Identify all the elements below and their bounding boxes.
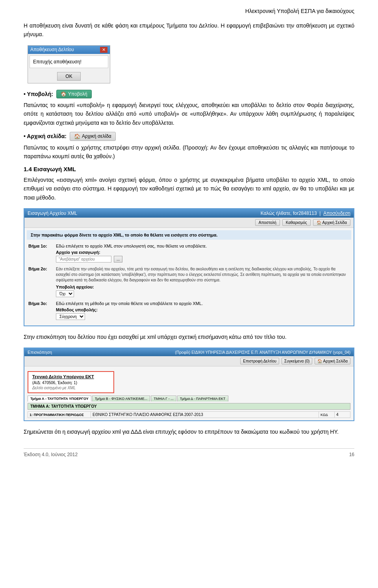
ypovolh-button-label: Υποβολή [68,91,87,97]
xml-form-content: Βήμα 1ο: Εδώ επιλέγετε το αρχείο XML στο… [24,242,354,325]
dialog-titlebar: Αποθήκευση Δελτίου ✕ [28,46,110,54]
episkopisi-screenshot: Επισκόπηση (Προφίλ) ΕΙΔΙΚΗ ΥΠΗΡΕΣΙΑ ΔΙΑΧ… [24,348,354,421]
ypovolh-label: • Υποβολή: [24,91,53,97]
xml-step3-field-label: Μέθοδος υποβολής: [56,307,350,312]
xml-step1-label: Βήμα 1ο: [28,244,52,248]
xml-arxiki-button[interactable]: 🏠 Αρχική Σελίδα [313,219,350,226]
xml-welcome-text: Καλώς ήλθατε, for2848113 [261,211,317,216]
header-title: Ηλεκτρονική Υποβολή ΕΣΠΑ για δικαιούχους [245,8,354,14]
dialog-ok-button[interactable]: OK [57,72,80,81]
episk-tab-2[interactable]: ΤΜΗΙΑ Γ - ... [151,396,176,401]
episk-tabs-row: Τμήμα Α - ΤΑΥΤΟΤΗΤΑ ΥΠΟΕΡΓΟΥ Τμήμα Β - Φ… [28,396,350,401]
xml-submit-select[interactable]: Όχι [56,290,74,297]
arxiki-button-label: Αρχική σελίδα [82,133,111,139]
section-1-4-title: 1.4 Εισαγωγή XML [24,166,354,172]
page-header: Ηλεκτρονική Υποβολή ΕΣΠΑ για δικαιούχους [24,8,354,14]
xml-step3-content: Εδώ επιλέγετε τη μέθοδο με την οποία θέλ… [56,301,350,321]
episk-service-label: (Προφίλ) ΕΙΔΙΚΗ ΥΠΗΡΕΣΙΑ ΔΙΑΧΕΙΡΙΣΗΣ Ε.Π… [175,350,350,355]
episk-tab-3[interactable]: Τμήμα Δ - ΠΑΡΑΡΤΗΜΑ ΕΚΤ [177,396,228,401]
xml-step2-text: Εάν επιλέξετε την υποβολή του αρχείου, τ… [56,266,350,283]
xml-topbar: Αποστολή Καθαρισμός 🏠 Αρχική Σελίδα [24,218,354,228]
xml-file-input[interactable] [56,256,111,263]
episk-title: Επισκόπηση [28,350,52,355]
xml-form-title: Εισαγωγή Αρχείου XML [28,211,77,216]
arxiki-selida-button[interactable]: 🏠 Αρχική σελίδα [70,132,116,141]
episk-box-sub1: (Α/Δ: 470506, Έκδοση: 1) [32,381,109,385]
paragraph-3: Πατώντας το κουμπί ο χρήστης επιστρέφει … [24,143,354,161]
paragraph-2: Πατώντας το κουμπί «υποβολή» η εφαρμογή … [24,101,354,127]
xml-logout-link[interactable]: Αποσύνδεση [323,211,350,216]
xml-step1-content: Εδώ επιλέγετε το αρχείο XML στον υπολογι… [56,244,350,263]
dialog-title: Αποθήκευση Δελτίου [30,47,74,52]
xml-welcome-logout: Καλώς ήλθατε, for2848113 | Αποσύνδεση [261,211,350,216]
home-icon: 🏠 [74,133,80,139]
episk-tab-0[interactable]: Τμήμα Α - ΤΑΥΤΟΤΗΤΑ ΥΠΟΕΡΓΟΥ [28,396,91,401]
episk-box-title: Τεχνικό Δελτίο Υποέργου ΕΚΤ [32,374,109,379]
table-cell-col4: 4 [335,412,350,418]
ypovolh-section: • Υποβολή: 🏠 Υποβολή [24,90,354,98]
xml-step2-input-row: Όχι [56,290,350,297]
table-cell-col3: ΚΩΔ [319,412,335,418]
episk-box-xml-label: Δελτίο εισηγμένο με XML [32,386,109,390]
xml-katharmos-button[interactable]: Καθαρισμός [282,219,311,226]
episk-topbar: Επιστροφή Δελτίου Συγκείμενα (0) 🏠 Αρχικ… [24,356,354,366]
table-row: 1: ΠΡΟΓΡΑΜΜΑΤΙΚΗ ΠΕΡΙΟΔΟΣ ΕΘΝΙΚΟ ΣΤΡΑΤΗΓ… [28,412,350,418]
save-dialog-screenshot: Αποθήκευση Δελτίου ✕ Επιτυχής αποθήκευση… [28,45,110,83]
xml-instruction: Στην παρακάτω φόρμα δίνετε το αρχείο XML… [27,230,351,240]
xml-step3-input-row: Σύγχρονη [56,313,350,320]
episk-home-icon: 🏠 [317,359,322,363]
page-footer: Έκδοση 4.0, Ιούνιος 2012 16 [24,448,354,457]
ypovolh-icon: 🏠 [61,91,67,97]
xml-step3-label: Βήμα 3ο: [28,301,52,306]
xml-step2-field-label: Υποβολή αρχείου: [56,285,350,289]
episk-arxiki-button[interactable]: 🏠 Αρχική Σελίδα [315,358,350,364]
episk-epistrofi-button[interactable]: Επιστροφή Δελτίου [240,358,279,364]
footer-edition: Έκδοση 4.0, Ιούνιος 2012 [24,452,78,457]
xml-step1-input-row: ... [56,256,350,263]
xml-apostoli-button[interactable]: Αποστολή [255,219,280,226]
episk-delta-box: Τεχνικό Δελτίο Υποέργου ΕΚΤ (Α/Δ: 470506… [28,371,114,393]
xml-step2-label: Βήμα 2ο: [28,266,52,271]
table-cell-col1: 1: ΠΡΟΓΡΑΜΜΑΤΙΚΗ ΠΕΡΙΟΔΟΣ [28,412,91,418]
paragraph-5: Στην επισκόπηση του δελτίου που έχει εισ… [24,333,354,341]
episk-section-bar: ΤΜΗΜΑ Α: ΤΑΥΤΟΤΗΤΑ ΥΠΟΕΡΓΟΥ [28,403,350,410]
ypovolh-button[interactable]: 🏠 Υποβολή [56,90,92,98]
xml-step1-row: Βήμα 1ο: Εδώ επιλέγετε το αρχείο XML στο… [28,244,350,263]
episk-sygkeimenena-button[interactable]: Συγκείμενα (0) [282,358,312,364]
dialog-message: Επιτυχής αποθήκευση! [33,59,82,65]
episk-tab-1[interactable]: Τμήμα Β - ΦΥΣΙΚΟ ΑΝΤΙΚΕΙΜΕ... [92,396,150,401]
xml-method-select[interactable]: Σύγχρονη [56,313,85,320]
xml-browse-button[interactable]: ... [114,256,122,263]
episk-titlebar: Επισκόπηση (Προφίλ) ΕΙΔΙΚΗ ΥΠΗΡΕΣΙΑ ΔΙΑΧ… [24,348,354,356]
xml-step1-field-label: Αρχείο για εισαγωγή: [56,250,350,255]
xml-step1-text: Εδώ επιλέγετε το αρχείο XML στον υπολογι… [56,244,350,248]
paragraph-4: Επιλέγοντας «εισαγωγή xml» ανοίγει σχετι… [24,176,354,202]
xml-step3-row: Βήμα 3ο: Εδώ επιλέγετε τη μέθοδο με την … [28,301,350,321]
paragraph-6: Σημειώνεται ότι η εισαγωγή αρχείου xml γ… [24,427,354,436]
arxiki-section: • Αρχική σελίδα: 🏠 Αρχική σελίδα [24,132,354,141]
footer-page-number: 16 [349,452,354,457]
xml-step2-content: Εάν επιλέξετε την υποβολή του αρχείου, τ… [56,266,350,298]
table-cell-col2: ΕΘΝΙΚΟ ΣΤΡΑΤΗΓΙΚΟ ΠΛΑΙΣΙΟ ΑΝΑΦΟΡΑΣ ΕΣΠΑ … [91,412,319,418]
xml-step3-text: Εδώ επιλέγετε τη μέθοδο με την οποία θέλ… [56,301,350,306]
episk-table: 1: ΠΡΟΓΡΑΜΜΑΤΙΚΗ ΠΕΡΙΟΔΟΣ ΕΘΝΙΚΟ ΣΤΡΑΤΗΓ… [28,411,350,418]
dialog-close-button[interactable]: ✕ [100,47,107,53]
dialog-footer: OK [28,70,110,83]
episk-content: Τεχνικό Δελτίο Υποέργου ΕΚΤ (Α/Δ: 470506… [24,366,354,420]
xml-home-icon: 🏠 [317,220,321,225]
xml-step2-row: Βήμα 2ο: Εάν επιλέξετε την υποβολή του α… [28,266,350,298]
paragraph-1: Η αποθήκευση είναι δυνατή σε κάθε φάση κ… [24,21,354,39]
arxiki-label: • Αρχική σελίδα: [24,133,67,139]
xml-form-screenshot: Εισαγωγή Αρχείου XML Καλώς ήλθατε, for28… [24,208,354,326]
xml-titlebar: Εισαγωγή Αρχείου XML Καλώς ήλθατε, for28… [24,209,354,218]
dialog-body: Επιτυχής αποθήκευση! [30,55,108,68]
